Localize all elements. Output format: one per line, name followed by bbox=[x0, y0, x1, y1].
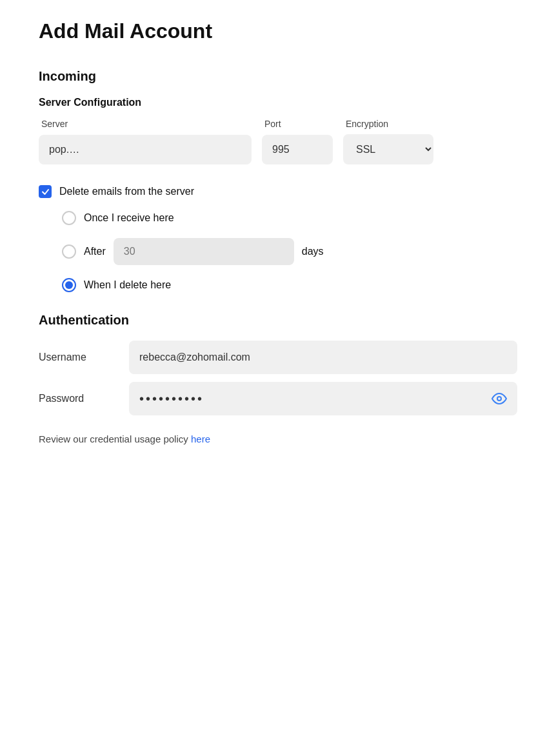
delete-emails-label: Delete emails from the server bbox=[59, 186, 194, 197]
days-suffix: days bbox=[302, 246, 324, 257]
show-password-icon[interactable] bbox=[491, 391, 507, 406]
delete-emails-row[interactable]: Delete emails from the server bbox=[39, 185, 517, 198]
credential-policy-link[interactable]: here bbox=[191, 433, 210, 444]
radio-row-once[interactable]: Once I receive here bbox=[62, 211, 517, 225]
page-title: Add Mail Account bbox=[39, 19, 517, 43]
port-input[interactable] bbox=[262, 135, 333, 164]
credential-policy-text: Review our credential usage policy bbox=[39, 433, 191, 444]
radio-row-when[interactable]: When I delete here bbox=[62, 278, 517, 292]
server-config-section: Server Configuration Server Port Encrypt… bbox=[39, 97, 517, 164]
username-input-wrapper[interactable]: rebecca@zohomail.com bbox=[129, 341, 517, 374]
radio-after-content: After days bbox=[84, 238, 324, 265]
port-column-header: Port bbox=[262, 119, 333, 129]
server-input[interactable] bbox=[39, 135, 252, 164]
password-value: •••••••••• bbox=[139, 392, 204, 406]
authentication-title: Authentication bbox=[39, 313, 517, 328]
server-fields-header: Server Port Encryption bbox=[39, 119, 517, 129]
radio-once[interactable] bbox=[62, 211, 76, 225]
server-fields-row: SSL TLS None bbox=[39, 134, 517, 164]
credential-policy: Review our credential usage policy here bbox=[39, 433, 517, 444]
delete-emails-section: Delete emails from the server Once I rec… bbox=[39, 185, 517, 292]
radio-row-after[interactable]: After days bbox=[62, 238, 517, 265]
delete-emails-checkbox[interactable] bbox=[39, 185, 52, 198]
radio-when-label: When I delete here bbox=[84, 279, 171, 291]
server-column-header: Server bbox=[39, 119, 252, 129]
radio-options: Once I receive here After days When I de… bbox=[62, 211, 517, 292]
days-input[interactable] bbox=[114, 238, 294, 265]
radio-once-label: Once I receive here bbox=[84, 212, 174, 224]
server-config-title: Server Configuration bbox=[39, 97, 517, 108]
username-label: Username bbox=[39, 343, 129, 372]
encryption-column-header: Encryption bbox=[343, 119, 433, 129]
username-row: Username rebecca@zohomail.com bbox=[39, 341, 517, 374]
encryption-select[interactable]: SSL TLS None bbox=[343, 134, 433, 164]
username-value: rebecca@zohomail.com bbox=[139, 352, 250, 363]
password-label: Password bbox=[39, 384, 129, 413]
radio-after-label: After bbox=[84, 246, 106, 257]
incoming-section: Incoming Server Configuration Server Por… bbox=[39, 69, 517, 444]
password-input-wrapper[interactable]: •••••••••• bbox=[129, 382, 517, 415]
password-row: Password •••••••••• bbox=[39, 382, 517, 415]
incoming-section-title: Incoming bbox=[39, 69, 517, 84]
radio-when[interactable] bbox=[62, 278, 76, 292]
authentication-section: Authentication Username rebecca@zohomail… bbox=[39, 313, 517, 415]
radio-after[interactable] bbox=[62, 244, 76, 259]
svg-point-0 bbox=[497, 397, 501, 401]
